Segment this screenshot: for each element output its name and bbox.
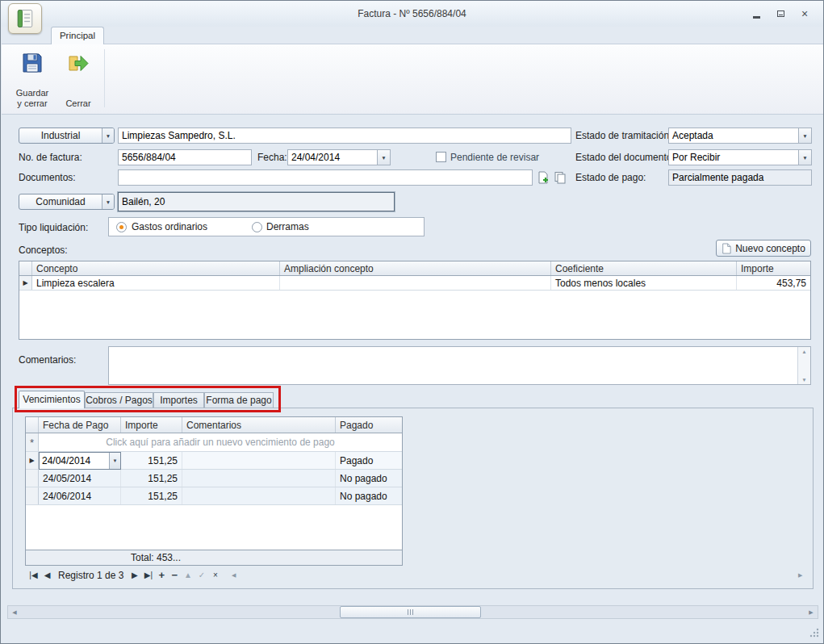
comentarios-scrollbar[interactable]: ▲ ▼ (797, 347, 810, 384)
cerrar-button[interactable]: Cerrar (58, 47, 98, 111)
chevron-down-icon[interactable]: ▼ (798, 128, 811, 143)
cell-comentarios[interactable] (182, 470, 336, 487)
restore-button[interactable] (772, 7, 788, 20)
pendiente-revisar-label: Pendiente de revisar (450, 152, 539, 163)
cell-importe[interactable]: 453,75 (737, 276, 810, 290)
cell-fecha[interactable]: 24/05/2014 (39, 470, 121, 487)
column-header-concepto[interactable]: Concepto (32, 261, 280, 275)
nav-edit-button[interactable]: ▲ (181, 569, 194, 582)
table-row[interactable]: ▶ 24/04/2014 ▼ 151,25 Pagado (26, 452, 402, 470)
close-button[interactable]: × (797, 7, 813, 20)
chevron-down-icon[interactable]: ▼ (798, 150, 811, 165)
estado-documento-combo[interactable]: Por Recibir ▼ (668, 149, 812, 165)
pendiente-revisar-checkbox[interactable] (436, 152, 446, 162)
scroll-right-icon[interactable]: ▶ (805, 606, 818, 618)
ribbon-body: Guardar y cerrar Cerrar (2, 44, 823, 115)
comentarios-value (109, 347, 797, 384)
nuevo-concepto-button[interactable]: Nuevo concepto (716, 240, 811, 257)
cell-comentarios[interactable] (182, 487, 336, 504)
new-row[interactable]: * Click aquí para añadir un nuevo vencim… (26, 433, 402, 452)
comunidad-field[interactable]: Bailén, 20 (118, 192, 395, 211)
copy-documents-button[interactable] (553, 170, 567, 185)
chevron-down-icon[interactable]: ▼ (377, 150, 390, 165)
proveedor-type-button[interactable]: Industrial ▼ (19, 128, 115, 144)
radio-gastos-ordinarios[interactable] (116, 222, 127, 232)
cell-coeficiente[interactable]: Todos menos locales (551, 276, 737, 290)
guardar-cerrar-button[interactable]: Guardar y cerrar (10, 47, 54, 111)
cell-importe[interactable]: 151,25 (121, 452, 182, 469)
radio-derramas[interactable] (252, 222, 262, 232)
cell-pagado[interactable]: No pagado (336, 470, 402, 487)
estado-tramitacion-label: Estado de tramitación: (575, 130, 671, 141)
minimize-button[interactable] (748, 7, 764, 20)
scroll-left-icon[interactable]: ◀ (8, 606, 21, 618)
header-indicator-cell (26, 417, 39, 433)
application-button[interactable] (8, 3, 42, 34)
no-factura-value: 5656/884/04 (119, 152, 251, 163)
chevron-down-icon[interactable]: ▼ (109, 453, 120, 469)
nav-append-button[interactable]: + (155, 569, 168, 582)
proveedor-field[interactable]: Limpiezas Sampedro, S.L. (118, 128, 571, 144)
column-header-importe[interactable]: Importe (737, 261, 810, 275)
row-indicator-cell (26, 470, 39, 487)
record-navigator: |◀ ◀ Registro 1 de 3 ▶ ▶| + − ▲ ✓ × (27, 569, 222, 582)
add-document-button[interactable] (536, 170, 550, 185)
cell-importe[interactable]: 151,25 (121, 470, 182, 487)
fecha-pago-editor[interactable]: 24/04/2014 ▼ (39, 452, 121, 470)
grid-scroll-left-icon[interactable]: ◀ (232, 572, 236, 579)
cell-pagado[interactable]: Pagado (336, 452, 402, 469)
comunidad-value: Bailén, 20 (119, 196, 394, 207)
nav-last-button[interactable]: ▶| (141, 569, 155, 582)
cell-ampliacion[interactable] (280, 276, 551, 290)
table-row[interactable]: ▶ Limpieza escalera Todos menos locales … (19, 276, 810, 291)
nav-first-button[interactable]: |◀ (27, 569, 40, 582)
fecha-date-combo[interactable]: 24/04/2014 ▼ (287, 149, 391, 165)
nav-next-button[interactable]: ▶ (128, 569, 141, 582)
title-bar[interactable]: Factura - Nº 5656/884/04 (1, 1, 823, 27)
nav-cancel-button[interactable]: × (208, 569, 222, 582)
tab-importes[interactable]: Importes (153, 392, 204, 408)
column-header-fecha-pago[interactable]: Fecha de Pago (39, 417, 121, 433)
estado-tramitacion-combo[interactable]: Aceptada ▼ (668, 128, 812, 144)
comunidad-type-button[interactable]: Comunidad ▼ (19, 194, 115, 210)
cell-pagado[interactable]: No pagado (336, 487, 402, 504)
grid-scroll-right-icon[interactable]: ▶ (798, 572, 802, 579)
new-row-hint[interactable]: Click aquí para añadir un nuevo vencimie… (39, 433, 402, 451)
proveedor-value: Limpiezas Sampedro, S.L. (119, 130, 571, 141)
column-header-importe[interactable]: Importe (121, 417, 182, 433)
cell-fecha[interactable]: 24/06/2014 (39, 487, 121, 504)
row-indicator-arrow-icon: ▶ (19, 276, 32, 290)
nav-delete-button[interactable]: − (168, 569, 181, 582)
tab-vencimientos[interactable]: Vencimientos (19, 391, 85, 408)
conceptos-label: Conceptos: (19, 245, 68, 256)
cell-comentarios[interactable] (182, 452, 336, 469)
horizontal-scrollbar[interactable]: ◀ ▶ (7, 605, 818, 619)
tab-forma-de-pago[interactable]: Forma de pago (204, 392, 274, 408)
tab-cobros-pagos[interactable]: Cobros / Pagos (85, 392, 153, 408)
column-header-ampliacion[interactable]: Ampliación concepto (280, 261, 551, 275)
grid-footer: Total: 453... (26, 550, 402, 565)
scrollbar-track[interactable] (21, 606, 805, 618)
tab-principal[interactable]: Principal (51, 27, 104, 44)
estado-pago-label: Estado de pago: (575, 172, 646, 183)
column-header-pagado[interactable]: Pagado (336, 417, 402, 433)
scroll-up-icon[interactable]: ▲ (801, 349, 806, 354)
resize-grip[interactable] (809, 627, 820, 638)
cell-concepto[interactable]: Limpieza escalera (32, 276, 280, 290)
scrollbar-thumb[interactable] (340, 606, 481, 618)
no-factura-field[interactable]: 5656/884/04 (118, 149, 252, 165)
nav-prev-button[interactable]: ◀ (40, 569, 54, 582)
column-header-comentarios[interactable]: Comentarios (182, 417, 336, 433)
documentos-field[interactable] (118, 169, 533, 186)
comentarios-textarea[interactable]: ▲ ▼ (108, 346, 811, 385)
table-row[interactable]: 24/06/2014 151,25 No pagado (26, 487, 402, 505)
chevron-down-icon[interactable]: ▼ (102, 194, 114, 209)
thumb-grip (408, 609, 408, 615)
scroll-down-icon[interactable]: ▼ (801, 377, 806, 383)
nav-endedit-button[interactable]: ✓ (194, 569, 208, 582)
nav-record-text: Registro 1 de 3 (54, 570, 128, 581)
table-row[interactable]: 24/05/2014 151,25 No pagado (26, 470, 402, 487)
chevron-down-icon[interactable]: ▼ (102, 128, 114, 143)
column-header-coeficiente[interactable]: Coeficiente (551, 261, 737, 275)
cell-importe[interactable]: 151,25 (121, 487, 182, 504)
